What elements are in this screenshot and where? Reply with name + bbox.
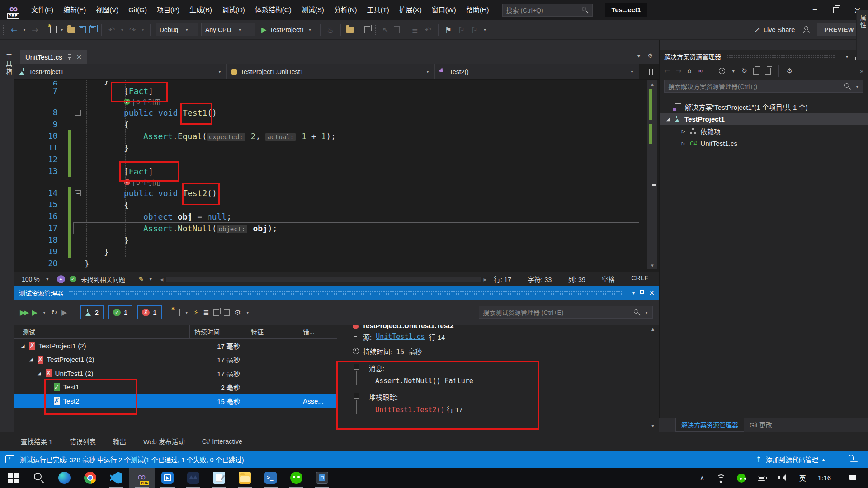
hot-reload-icon[interactable]: ♨ — [326, 25, 335, 34]
column-error[interactable]: 错... — [298, 325, 337, 338]
preview-feedback-button[interactable]: PREVIEW — [817, 23, 861, 36]
menu-item-6[interactable]: 调试(D) — [217, 0, 250, 20]
navigate-forward-icon[interactable]: → — [30, 25, 40, 34]
find-in-files-icon[interactable] — [346, 27, 354, 33]
toolbox-vertical-tab[interactable]: 工具箱 — [4, 53, 13, 76]
menu-item-11[interactable]: 扩展(X) — [394, 0, 427, 20]
spaces-indicator[interactable]: 空格 — [602, 274, 615, 284]
cancel-run-icon[interactable]: ▶ — [61, 308, 67, 317]
open-folder-icon[interactable] — [67, 27, 75, 33]
menu-item-10[interactable]: 工具(T) — [362, 0, 394, 20]
editor-options-icon[interactable]: ⚙ — [647, 52, 653, 59]
taskbar-app-video[interactable] — [155, 468, 180, 488]
toolbar-overflow-icon[interactable]: » — [860, 68, 863, 75]
collapse-all-icon[interactable] — [224, 309, 230, 316]
scroll-down-icon[interactable]: ▾ — [647, 263, 657, 268]
outdent-icon[interactable]: ↶ — [423, 25, 433, 34]
bottom-tab-3[interactable]: Web 发布活动 — [143, 436, 185, 446]
scroll-down-icon[interactable]: ▾ — [648, 422, 657, 429]
test-row-Test1[interactable]: ✓Test12 毫秒 — [14, 380, 337, 394]
close-panel-icon[interactable]: × — [649, 289, 655, 297]
taskbar-app-file-explorer[interactable] — [232, 468, 258, 488]
paste-icon[interactable] — [394, 26, 400, 33]
taskbar-app-visual-studio[interactable] — [129, 468, 155, 488]
start-debug-button[interactable]: ▶ TestProject1 ▾ — [259, 26, 315, 34]
clock[interactable]: 1:16 — [818, 474, 831, 482]
minimize-button[interactable]: ─ — [804, 0, 826, 20]
test-row-UnitTest1-2-[interactable]: ◢✗UnitTest1 (2)17 毫秒 — [14, 366, 337, 380]
test-settings-icon[interactable]: ⚙ — [234, 308, 241, 317]
failed-tests-filter[interactable]: ✗ 1 — [137, 305, 161, 319]
properties-icon[interactable]: ⚙ — [787, 67, 793, 75]
menu-item-13[interactable]: 帮助(H) — [461, 0, 494, 20]
horizontal-scrollbar[interactable]: ◂ ▸ — [160, 276, 486, 283]
indent-icon[interactable]: ≣ — [410, 25, 420, 34]
passed-tests-filter[interactable]: ✓ 1 — [108, 305, 132, 319]
wechat-tray-icon[interactable] — [737, 474, 746, 483]
taskbar-app-chip[interactable] — [309, 468, 335, 488]
close-tab-icon[interactable]: × — [76, 53, 82, 61]
scroll-right-icon[interactable]: ▸ — [484, 276, 487, 283]
forward-icon[interactable]: → — [676, 67, 682, 75]
new-project-icon[interactable] — [50, 26, 57, 33]
menu-item-3[interactable]: Git(G) — [123, 0, 152, 20]
toolbar-overflow-icon[interactable]: ▾ — [483, 27, 487, 32]
pin-icon[interactable] — [67, 54, 72, 60]
prev-bookmark-icon[interactable]: ⚐ — [457, 25, 467, 34]
total-tests-filter[interactable]: 2 — [80, 305, 104, 319]
bottom-tab-0[interactable]: 查找结果 1 — [21, 436, 52, 446]
test-playlist-icon[interactable] — [174, 309, 180, 316]
solution-item-project[interactable]: ◢TestProject1 — [660, 113, 868, 125]
document-tab-unittest1[interactable]: UnitTest1.cs × — [20, 50, 87, 64]
quick-actions-icon[interactable]: ✦ — [57, 275, 65, 283]
platform-dropdown[interactable]: Any CPU ▾ — [201, 23, 255, 36]
taskbar-app-vscode[interactable] — [103, 468, 129, 488]
cursor-icon[interactable]: ↖ — [381, 25, 391, 34]
action-center-icon[interactable] — [849, 474, 858, 483]
collapse-section-icon[interactable]: – — [354, 393, 359, 399]
battery-icon[interactable] — [758, 474, 767, 483]
test-explorer-title-bar[interactable]: 测试资源管理器 ▾ × — [14, 286, 659, 300]
input-language-indicator[interactable]: 英 — [799, 473, 806, 483]
member-dropdown[interactable]: Test2() ▾ — [435, 64, 639, 79]
collapse-section-icon[interactable]: – — [354, 364, 359, 370]
collapsed-icon[interactable]: ▷ — [680, 141, 686, 146]
expanded-icon[interactable]: ◢ — [665, 117, 671, 122]
window-position-icon[interactable]: ▾ — [631, 291, 636, 296]
document-list-icon[interactable]: ▾ — [637, 52, 641, 59]
configuration-dropdown[interactable]: Debug ▾ — [156, 23, 198, 36]
codelens-references[interactable]: | 0 个引用 — [133, 178, 160, 187]
taskbar-app-edge[interactable] — [52, 468, 77, 488]
back-icon[interactable]: ← — [664, 67, 670, 75]
notifications-bell-icon[interactable] — [847, 455, 854, 463]
solution-item-deps[interactable]: ▷依赖项 — [660, 125, 868, 137]
column-test[interactable]: 测试 — [14, 325, 190, 338]
next-bookmark-icon[interactable]: ⚐ — [470, 25, 480, 34]
save-icon[interactable] — [79, 26, 86, 33]
home-icon[interactable]: ⌂ — [687, 67, 692, 75]
bottom-tab-2[interactable]: 输出 — [113, 436, 126, 446]
editor-vertical-scrollbar[interactable]: ▴ ▾ — [647, 80, 657, 269]
toolbar-grip[interactable] — [3, 24, 5, 35]
expand-all-icon[interactable] — [213, 309, 219, 316]
menu-item-9[interactable]: 分析(N) — [329, 0, 362, 20]
scroll-up-icon[interactable]: ▴ — [648, 326, 657, 332]
scroll-up-icon[interactable]: ▴ — [647, 81, 657, 87]
volume-icon[interactable] — [778, 474, 788, 483]
test-row-TestProject1-2-[interactable]: ◢✗TestProject1 (2)17 毫秒 — [14, 339, 337, 353]
taskbar-app-notepad[interactable] — [206, 468, 232, 488]
menu-item-5[interactable]: 生成(B) — [184, 0, 217, 20]
taskbar-app-wechat[interactable] — [283, 468, 309, 488]
menu-item-1[interactable]: 编辑(E) — [58, 0, 91, 20]
wifi-icon[interactable] — [716, 474, 725, 483]
panel-tab-solution-explorer[interactable]: 解决方案资源管理器 — [675, 418, 744, 432]
project-dropdown[interactable]: TestProject1 ▾ — [14, 64, 227, 79]
menu-item-12[interactable]: 窗口(W) — [427, 0, 461, 20]
window-layout-icon[interactable] — [364, 26, 370, 33]
pending-changes-filter-icon[interactable] — [719, 68, 725, 74]
bookmark-icon[interactable]: ⚑ — [443, 25, 453, 34]
sync-with-active-document-icon[interactable]: ∞ — [698, 67, 703, 75]
search-icon[interactable] — [582, 7, 589, 14]
fold-collapse-icon[interactable]: – — [75, 110, 81, 116]
solution-item-csharp[interactable]: ▷C#UnitTest1.cs — [660, 137, 868, 150]
